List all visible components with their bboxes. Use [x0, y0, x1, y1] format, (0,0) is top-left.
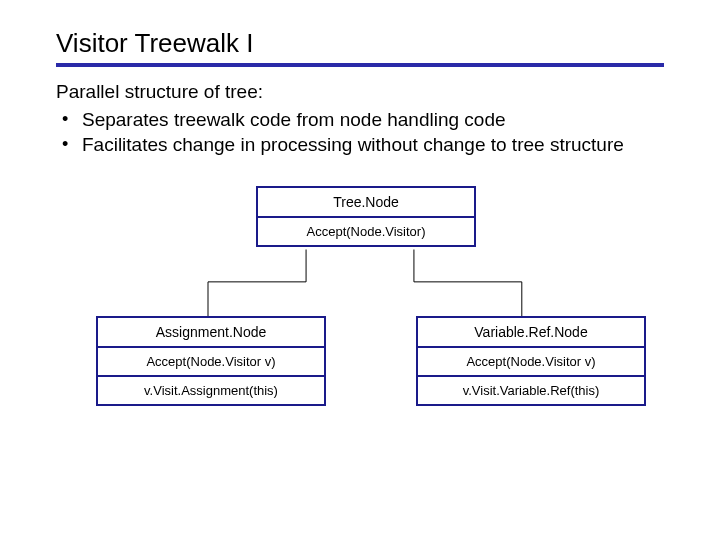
class-box-treenode: Tree.Node Accept(Node.Visitor) [256, 186, 476, 247]
title-underline [56, 63, 664, 67]
bullet-list: Separates treewalk code from node handli… [56, 107, 664, 158]
class-method: Accept(Node.Visitor v) [418, 348, 644, 377]
class-body: v.Visit.Assignment(this) [98, 377, 324, 404]
class-diagram: Tree.Node Accept(Node.Visitor) Assignmen… [56, 186, 664, 466]
slide-title: Visitor Treewalk I [56, 28, 664, 61]
class-method: Accept(Node.Visitor v) [98, 348, 324, 377]
class-body: v.Visit.Variable.Ref(this) [418, 377, 644, 404]
class-name: Variable.Ref.Node [418, 318, 644, 348]
class-box-assignment-node: Assignment.Node Accept(Node.Visitor v) v… [96, 316, 326, 406]
class-name: Assignment.Node [98, 318, 324, 348]
intro-text: Parallel structure of tree: [56, 79, 664, 105]
class-name: Tree.Node [258, 188, 474, 218]
bullet-item: Separates treewalk code from node handli… [56, 107, 664, 133]
bullet-item: Facilitates change in processing without… [56, 132, 664, 158]
class-method: Accept(Node.Visitor) [258, 218, 474, 245]
class-box-variable-ref-node: Variable.Ref.Node Accept(Node.Visitor v)… [416, 316, 646, 406]
